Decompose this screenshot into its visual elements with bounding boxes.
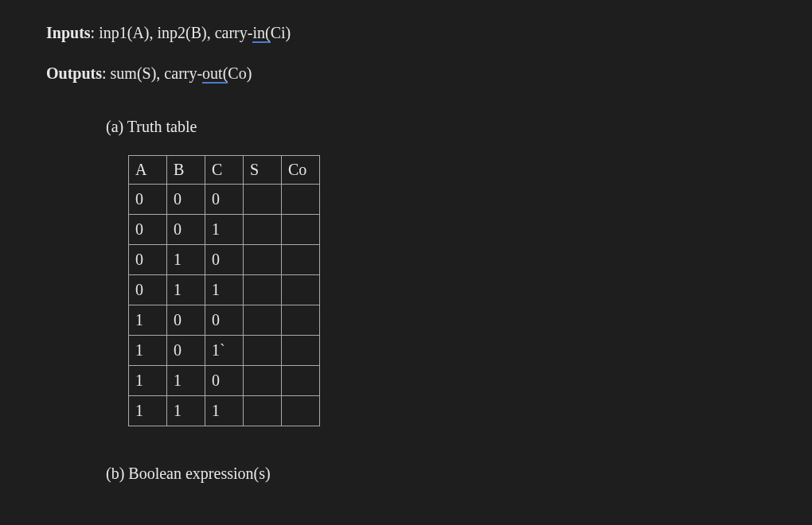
- table-cell: 0: [129, 215, 167, 245]
- table-row: 010: [129, 245, 320, 275]
- table-cell: 0: [205, 305, 244, 336]
- outputs-line: Outputs: sum(S), carry-out(Co): [46, 64, 812, 83]
- table-cell: [244, 336, 282, 366]
- table-cell: [244, 396, 282, 426]
- table-cell: [244, 215, 282, 245]
- table-header-cell: Co: [282, 156, 320, 185]
- inputs-text-suffix: Ci): [271, 24, 291, 41]
- outputs-text-prefix: : sum(S), carry-: [102, 64, 202, 82]
- table-cell: [282, 215, 320, 245]
- inputs-underlined: in(: [252, 24, 270, 43]
- inputs-label: Inputs: [46, 24, 91, 41]
- table-row: 001: [129, 215, 320, 245]
- table-cell: 0: [167, 305, 205, 336]
- table-cell: [282, 336, 320, 366]
- table-row: 110: [129, 366, 320, 396]
- table-cell: [282, 245, 320, 275]
- table-header-cell: C: [205, 156, 244, 185]
- table-cell: 1: [129, 336, 167, 366]
- table-cell: [244, 185, 282, 215]
- table-cell: 1: [167, 366, 205, 396]
- table-header-cell: A: [129, 156, 167, 185]
- table-row: 000: [129, 185, 320, 215]
- table-row: 011: [129, 275, 320, 305]
- table-cell: 1: [129, 396, 167, 426]
- table-cell: [244, 245, 282, 275]
- table-cell: 0: [129, 245, 167, 275]
- table-row: 100: [129, 305, 320, 336]
- table-cell: 0: [129, 185, 167, 215]
- table-cell: 1: [205, 396, 244, 426]
- table-cell: 0: [167, 215, 205, 245]
- outputs-underlined: out(: [202, 64, 228, 84]
- table-body: 000001010011100101`110111: [129, 185, 320, 426]
- outputs-label: Outputs: [46, 64, 102, 82]
- table-cell: 0: [167, 185, 205, 215]
- truth-table: A B C S Co 000001010011100101`110111: [128, 155, 320, 426]
- table-header-cell: B: [167, 156, 205, 185]
- inputs-line: Inputs: inp1(A), inp2(B), carry-in(Ci): [46, 24, 812, 42]
- table-cell: 0: [205, 185, 244, 215]
- table-cell: [282, 275, 320, 305]
- table-cell: 0: [205, 366, 244, 396]
- table-cell: [244, 275, 282, 305]
- table-cell: [282, 396, 320, 426]
- table-cell: 0: [129, 275, 167, 305]
- table-cell: [244, 305, 282, 336]
- table-cell: 0: [205, 245, 244, 275]
- table-cell: 1: [205, 275, 244, 305]
- table-cell: 0: [167, 336, 205, 366]
- outputs-text-suffix: Co): [228, 64, 252, 82]
- table-header-row: A B C S Co: [129, 156, 320, 185]
- table-cell: 1: [205, 215, 244, 245]
- table-cell: [282, 305, 320, 336]
- table-row: 101`: [129, 336, 320, 366]
- section-a-label: (a) Truth table: [106, 118, 812, 136]
- table-header-cell: S: [244, 156, 282, 185]
- table-cell: 1: [167, 245, 205, 275]
- inputs-text-prefix: : inp1(A), inp2(B), carry-: [91, 24, 253, 41]
- table-cell: 1: [129, 366, 167, 396]
- table-cell: [282, 185, 320, 215]
- table-cell: 1: [129, 305, 167, 336]
- table-cell: 1`: [205, 336, 244, 366]
- table-cell: 1: [167, 275, 205, 305]
- table-cell: [282, 366, 320, 396]
- table-cell: [244, 366, 282, 396]
- section-b-label: (b) Boolean expression(s): [106, 465, 812, 483]
- table-cell: 1: [167, 396, 205, 426]
- table-row: 111: [129, 396, 320, 426]
